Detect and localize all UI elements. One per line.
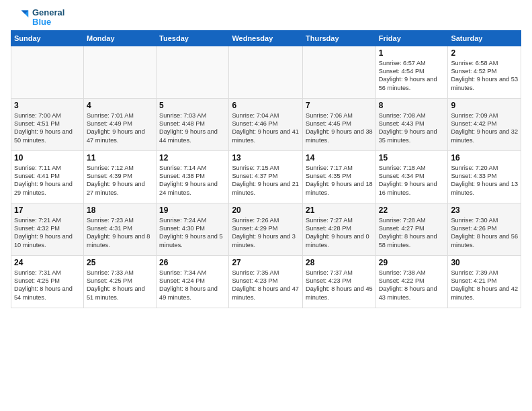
day-info: Sunrise: 7:33 AM Sunset: 4:25 PM Dayligh… xyxy=(87,269,153,302)
day-info: Sunrise: 7:01 AM Sunset: 4:49 PM Dayligh… xyxy=(87,111,153,145)
day-number: 16 xyxy=(451,153,518,163)
day-info: Sunrise: 6:58 AM Sunset: 4:52 PM Dayligh… xyxy=(451,59,518,93)
calendar-cell: 17Sunrise: 7:21 AM Sunset: 4:32 PM Dayli… xyxy=(11,203,84,255)
day-number: 15 xyxy=(379,153,445,163)
calendar-cell: 15Sunrise: 7:18 AM Sunset: 4:34 PM Dayli… xyxy=(375,150,448,203)
day-number: 24 xyxy=(14,258,81,267)
day-info: Sunrise: 7:31 AM Sunset: 4:25 PM Dayligh… xyxy=(14,269,81,302)
calendar-cell: 10Sunrise: 7:11 AM Sunset: 4:41 PM Dayli… xyxy=(11,150,84,203)
weekday-header-monday: Monday xyxy=(83,30,156,46)
day-info: Sunrise: 7:06 AM Sunset: 4:45 PM Dayligh… xyxy=(306,111,373,145)
day-number: 1 xyxy=(379,48,445,58)
day-number: 29 xyxy=(379,258,445,267)
page-container: General Blue SundayMondayTuesdayWednesda… xyxy=(0,0,532,314)
weekday-header-friday: Friday xyxy=(375,30,448,46)
day-info: Sunrise: 7:37 AM Sunset: 4:23 PM Dayligh… xyxy=(306,269,373,302)
calendar-cell xyxy=(303,46,376,98)
day-info: Sunrise: 7:14 AM Sunset: 4:38 PM Dayligh… xyxy=(159,164,226,197)
calendar-week-row: 1Sunrise: 6:57 AM Sunset: 4:54 PM Daylig… xyxy=(11,46,521,98)
calendar-cell: 23Sunrise: 7:30 AM Sunset: 4:26 PM Dayli… xyxy=(448,203,521,255)
calendar-cell: 3Sunrise: 7:00 AM Sunset: 4:51 PM Daylig… xyxy=(11,98,84,150)
day-number: 12 xyxy=(159,153,226,163)
day-info: Sunrise: 7:39 AM Sunset: 4:21 PM Dayligh… xyxy=(451,269,518,302)
day-info: Sunrise: 7:27 AM Sunset: 4:28 PM Dayligh… xyxy=(306,216,373,250)
calendar-cell: 30Sunrise: 7:39 AM Sunset: 4:21 PM Dayli… xyxy=(448,255,521,308)
calendar-cell: 6Sunrise: 7:04 AM Sunset: 4:46 PM Daylig… xyxy=(229,98,303,150)
day-info: Sunrise: 6:57 AM Sunset: 4:54 PM Dayligh… xyxy=(379,59,445,93)
day-number: 9 xyxy=(451,101,518,110)
day-number: 7 xyxy=(306,101,373,110)
calendar-cell: 2Sunrise: 6:58 AM Sunset: 4:52 PM Daylig… xyxy=(448,46,521,98)
calendar-cell: 26Sunrise: 7:34 AM Sunset: 4:24 PM Dayli… xyxy=(157,255,229,308)
day-info: Sunrise: 7:15 AM Sunset: 4:37 PM Dayligh… xyxy=(232,164,300,197)
day-number: 18 xyxy=(87,205,153,215)
day-info: Sunrise: 7:30 AM Sunset: 4:26 PM Dayligh… xyxy=(451,216,518,250)
day-number: 21 xyxy=(306,205,373,215)
calendar-cell: 28Sunrise: 7:37 AM Sunset: 4:23 PM Dayli… xyxy=(303,255,376,308)
day-number: 4 xyxy=(87,101,153,110)
calendar-cell xyxy=(11,46,84,98)
header: General Blue xyxy=(11,8,521,28)
calendar-cell xyxy=(229,46,303,98)
day-info: Sunrise: 7:35 AM Sunset: 4:23 PM Dayligh… xyxy=(232,269,300,302)
calendar-week-row: 10Sunrise: 7:11 AM Sunset: 4:41 PM Dayli… xyxy=(11,150,521,203)
day-number: 17 xyxy=(14,205,81,215)
day-info: Sunrise: 7:17 AM Sunset: 4:35 PM Dayligh… xyxy=(306,164,373,197)
day-info: Sunrise: 7:09 AM Sunset: 4:42 PM Dayligh… xyxy=(451,111,518,145)
calendar-cell: 24Sunrise: 7:31 AM Sunset: 4:25 PM Dayli… xyxy=(11,255,84,308)
calendar-cell: 29Sunrise: 7:38 AM Sunset: 4:22 PM Dayli… xyxy=(375,255,448,308)
calendar-header-row: SundayMondayTuesdayWednesdayThursdayFrid… xyxy=(11,30,521,46)
day-number: 27 xyxy=(232,258,300,267)
day-info: Sunrise: 7:00 AM Sunset: 4:51 PM Dayligh… xyxy=(14,111,81,145)
weekday-header-saturday: Saturday xyxy=(448,30,521,46)
day-info: Sunrise: 7:08 AM Sunset: 4:43 PM Dayligh… xyxy=(379,111,445,145)
calendar-cell: 8Sunrise: 7:08 AM Sunset: 4:43 PM Daylig… xyxy=(375,98,448,150)
calendar-week-row: 24Sunrise: 7:31 AM Sunset: 4:25 PM Dayli… xyxy=(11,255,521,308)
day-number: 28 xyxy=(306,258,373,267)
day-number: 20 xyxy=(232,205,300,215)
calendar-cell xyxy=(83,46,156,98)
day-number: 13 xyxy=(232,153,300,163)
calendar-cell: 4Sunrise: 7:01 AM Sunset: 4:49 PM Daylig… xyxy=(83,98,156,150)
calendar-cell: 19Sunrise: 7:24 AM Sunset: 4:30 PM Dayli… xyxy=(157,203,229,255)
day-info: Sunrise: 7:26 AM Sunset: 4:29 PM Dayligh… xyxy=(232,216,300,250)
calendar-cell: 9Sunrise: 7:09 AM Sunset: 4:42 PM Daylig… xyxy=(448,98,521,150)
day-number: 8 xyxy=(379,101,445,110)
calendar-cell xyxy=(157,46,229,98)
day-info: Sunrise: 7:03 AM Sunset: 4:48 PM Dayligh… xyxy=(159,111,226,145)
day-info: Sunrise: 7:23 AM Sunset: 4:31 PM Dayligh… xyxy=(87,216,153,250)
day-number: 23 xyxy=(451,205,518,215)
day-number: 30 xyxy=(451,258,518,267)
day-number: 6 xyxy=(232,101,300,110)
calendar-cell: 18Sunrise: 7:23 AM Sunset: 4:31 PM Dayli… xyxy=(83,203,156,255)
logo-icon xyxy=(11,8,30,27)
calendar-cell: 1Sunrise: 6:57 AM Sunset: 4:54 PM Daylig… xyxy=(375,46,448,98)
day-number: 5 xyxy=(159,101,226,110)
logo-text: General Blue xyxy=(32,8,64,28)
calendar-week-row: 3Sunrise: 7:00 AM Sunset: 4:51 PM Daylig… xyxy=(11,98,521,150)
day-info: Sunrise: 7:34 AM Sunset: 4:24 PM Dayligh… xyxy=(159,269,226,302)
calendar-table: SundayMondayTuesdayWednesdayThursdayFrid… xyxy=(11,30,521,308)
day-number: 25 xyxy=(87,258,153,267)
calendar-cell: 13Sunrise: 7:15 AM Sunset: 4:37 PM Dayli… xyxy=(229,150,303,203)
weekday-header-tuesday: Tuesday xyxy=(157,30,229,46)
weekday-header-sunday: Sunday xyxy=(11,30,84,46)
day-number: 10 xyxy=(14,153,81,163)
calendar-cell: 5Sunrise: 7:03 AM Sunset: 4:48 PM Daylig… xyxy=(157,98,229,150)
day-info: Sunrise: 7:24 AM Sunset: 4:30 PM Dayligh… xyxy=(159,216,226,250)
day-info: Sunrise: 7:21 AM Sunset: 4:32 PM Dayligh… xyxy=(14,216,81,250)
calendar-cell: 12Sunrise: 7:14 AM Sunset: 4:38 PM Dayli… xyxy=(157,150,229,203)
calendar-week-row: 17Sunrise: 7:21 AM Sunset: 4:32 PM Dayli… xyxy=(11,203,521,255)
day-number: 26 xyxy=(159,258,226,267)
day-number: 3 xyxy=(14,101,81,110)
calendar-cell: 22Sunrise: 7:28 AM Sunset: 4:27 PM Dayli… xyxy=(375,203,448,255)
calendar-cell: 14Sunrise: 7:17 AM Sunset: 4:35 PM Dayli… xyxy=(303,150,376,203)
day-number: 2 xyxy=(451,48,518,58)
day-info: Sunrise: 7:11 AM Sunset: 4:41 PM Dayligh… xyxy=(14,164,81,197)
day-number: 22 xyxy=(379,205,445,215)
calendar-cell: 20Sunrise: 7:26 AM Sunset: 4:29 PM Dayli… xyxy=(229,203,303,255)
calendar-cell: 7Sunrise: 7:06 AM Sunset: 4:45 PM Daylig… xyxy=(303,98,376,150)
calendar-cell: 25Sunrise: 7:33 AM Sunset: 4:25 PM Dayli… xyxy=(83,255,156,308)
day-info: Sunrise: 7:20 AM Sunset: 4:33 PM Dayligh… xyxy=(451,164,518,197)
weekday-header-wednesday: Wednesday xyxy=(229,30,303,46)
